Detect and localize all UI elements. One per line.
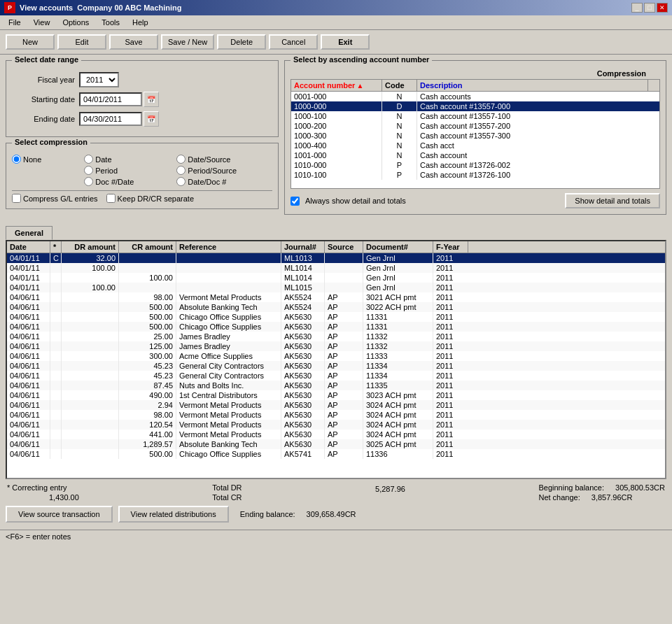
- ledger-row[interactable]: 04/06/11 441.00 Vermont Metal Products A…: [7, 430, 665, 439]
- row-source: AP: [325, 449, 363, 459]
- tab-general[interactable]: General: [6, 226, 52, 240]
- ledger-row[interactable]: 04/06/11 490.00 1st Central Distributors…: [7, 390, 665, 400]
- menu-file[interactable]: File: [3, 17, 27, 28]
- radio-period-source-input[interactable]: [176, 166, 186, 175]
- maximize-button[interactable]: □: [644, 3, 655, 13]
- date-header: Date: [7, 241, 50, 253]
- save-new-button[interactable]: Save / New: [161, 34, 214, 50]
- radio-date-source-input[interactable]: [176, 155, 186, 164]
- compress-gl-checkbox[interactable]: [12, 194, 21, 203]
- ledger-row[interactable]: 04/06/11 87.45 Nuts and Bolts Inc. AK563…: [7, 381, 665, 390]
- always-show-row: Always show detail and totals Show detai…: [290, 193, 660, 208]
- row-journal: AK5630: [281, 420, 325, 430]
- keep-dr-cr-checkbox[interactable]: [106, 194, 115, 203]
- keep-dr-cr-check-row: Keep DR/CR separate: [106, 194, 194, 203]
- row-source: [325, 263, 363, 273]
- ledger-row[interactable]: 04/01/11 C 32.00 ML1013 Gen Jrnl 2011: [7, 253, 665, 263]
- ending-date-input[interactable]: [79, 112, 142, 126]
- starting-date-label: Starting date: [12, 95, 75, 104]
- always-show-checkbox[interactable]: [290, 197, 300, 206]
- ledger-row[interactable]: 04/06/11 300.00 Acme Office Supplies AK5…: [7, 351, 665, 361]
- radio-date-doc-input[interactable]: [176, 177, 186, 186]
- view-source-button[interactable]: View source transaction: [6, 506, 113, 523]
- ledger-row[interactable]: 04/01/11 100.00 ML1014 Gen Jrnl 2011: [7, 263, 665, 273]
- menu-view[interactable]: View: [28, 17, 56, 28]
- row-dr: [62, 410, 119, 420]
- ledger-header: Date * DR amount CR amount Reference Jou…: [7, 241, 665, 253]
- starting-date-input[interactable]: [79, 92, 142, 106]
- row-cr: 125.00: [119, 341, 176, 351]
- row-ref: Vermont Metal Products: [176, 400, 281, 410]
- row-dr: 100.00: [62, 263, 119, 273]
- ledger-row[interactable]: 04/06/11 125.00 James Bradley AK5630 AP …: [7, 341, 665, 351]
- title-bar: P View accounts Company 00 ABC Machining…: [0, 0, 672, 15]
- row-star: [50, 351, 62, 361]
- menu-tools[interactable]: Tools: [96, 17, 125, 28]
- ledger-row[interactable]: 04/06/11 98.00 Vermont Metal Products AK…: [7, 410, 665, 420]
- summary-center: Total DR Total CR: [212, 482, 241, 502]
- ledger-row[interactable]: 04/06/11 500.00 Chicago Office Supplies …: [7, 449, 665, 459]
- radio-date-doc-label: Date/Doc #: [188, 178, 226, 186]
- row-doc: 11334: [363, 371, 433, 381]
- row-star: [50, 449, 62, 459]
- exit-button[interactable]: Exit: [321, 34, 370, 50]
- radio-none-input[interactable]: [12, 155, 21, 164]
- ledger-row[interactable]: 04/06/11 500.00 Chicago Office Supplies …: [7, 312, 665, 322]
- row-date: 04/01/11: [7, 253, 50, 263]
- row-doc: 11331: [363, 322, 433, 332]
- row-source: AP: [325, 430, 363, 439]
- delete-button[interactable]: Delete: [217, 34, 266, 50]
- account-row[interactable]: 1000-300 N Cash account #13557-300: [291, 131, 659, 141]
- menu-help[interactable]: Help: [127, 17, 154, 28]
- account-row[interactable]: 1000-200 N Cash account #13557-200: [291, 121, 659, 131]
- row-cr: 98.00: [119, 410, 176, 420]
- ledger-row[interactable]: 04/01/11 100.00 ML1014 Gen Jrnl 2011: [7, 273, 665, 283]
- minimize-button[interactable]: _: [631, 3, 643, 13]
- row-doc: 11333: [363, 351, 433, 361]
- account-table-body[interactable]: 0001-000 N Cash accounts 1000-000 D Cash…: [290, 91, 660, 189]
- ledger-row[interactable]: 04/06/11 98.00 Vermont Metal Products AK…: [7, 292, 665, 302]
- account-row[interactable]: 1000-100 N Cash account #13557-100: [291, 111, 659, 121]
- ledger-row[interactable]: 04/06/11 25.00 James Bradley AK5630 AP 1…: [7, 332, 665, 341]
- ledger-row[interactable]: 04/06/11 500.00 Chicago Office Supplies …: [7, 322, 665, 332]
- cancel-button[interactable]: Cancel: [269, 34, 318, 50]
- ledger-body[interactable]: 04/01/11 C 32.00 ML1013 Gen Jrnl 2011 04…: [7, 253, 665, 478]
- account-row[interactable]: 1010-100 P Cash account #13726-100: [291, 170, 659, 180]
- menu-options[interactable]: Options: [57, 17, 94, 28]
- close-button[interactable]: ✕: [657, 3, 668, 13]
- row-journal: ML1014: [281, 273, 325, 283]
- account-row[interactable]: 1000-000 D Cash account #13557-000: [291, 101, 659, 111]
- ending-date-calendar-button[interactable]: 📅: [144, 111, 159, 127]
- account-row[interactable]: 1001-000 N Cash account: [291, 150, 659, 160]
- starting-date-calendar-button[interactable]: 📅: [144, 92, 159, 107]
- summary-section: * Correcting entry 1,430.00 Total DR Tot…: [6, 479, 666, 504]
- fiscal-year-select[interactable]: 2011: [79, 72, 119, 87]
- row-star: [50, 430, 62, 439]
- row-source: AP: [325, 312, 363, 322]
- ledger-row[interactable]: 04/06/11 120.54 Vermont Metal Products A…: [7, 420, 665, 430]
- show-detail-button[interactable]: Show detail and totals: [565, 193, 660, 208]
- view-related-button[interactable]: View related distributions: [118, 506, 229, 523]
- correcting-note: * Correcting entry: [7, 483, 79, 492]
- ledger-row[interactable]: 04/06/11 2.94 Vermont Metal Products AK5…: [7, 400, 665, 410]
- account-row[interactable]: 0001-000 N Cash accounts: [291, 92, 659, 101]
- save-button[interactable]: Save: [109, 34, 158, 50]
- account-row[interactable]: 1000-400 N Cash acct: [291, 141, 659, 150]
- edit-button[interactable]: Edit: [57, 34, 106, 50]
- ledger-row[interactable]: 04/06/11 45.23 General City Contractors …: [7, 361, 665, 371]
- new-button[interactable]: New: [6, 34, 55, 50]
- row-source: [325, 273, 363, 283]
- summary-cr-values: 5,287.96: [375, 482, 405, 493]
- ledger-row[interactable]: 04/06/11 45.23 General City Contractors …: [7, 371, 665, 381]
- ledger-row[interactable]: 04/06/11 500.00 Absolute Banking Tech AK…: [7, 302, 665, 312]
- radio-period-input[interactable]: [84, 166, 93, 175]
- row-ref: Absolute Banking Tech: [176, 302, 281, 312]
- radio-doc-date-input[interactable]: [84, 177, 93, 186]
- row-date: 04/01/11: [7, 283, 50, 292]
- ledger-row[interactable]: 04/06/11 1,289.57 Absolute Banking Tech …: [7, 439, 665, 449]
- code-header: Code: [382, 80, 417, 91]
- row-star: [50, 361, 62, 371]
- account-row[interactable]: 1010-000 P Cash account #13726-002: [291, 160, 659, 170]
- radio-date-input[interactable]: [84, 155, 93, 164]
- ledger-row[interactable]: 04/01/11 100.00 ML1015 Gen Jrnl 2011: [7, 283, 665, 292]
